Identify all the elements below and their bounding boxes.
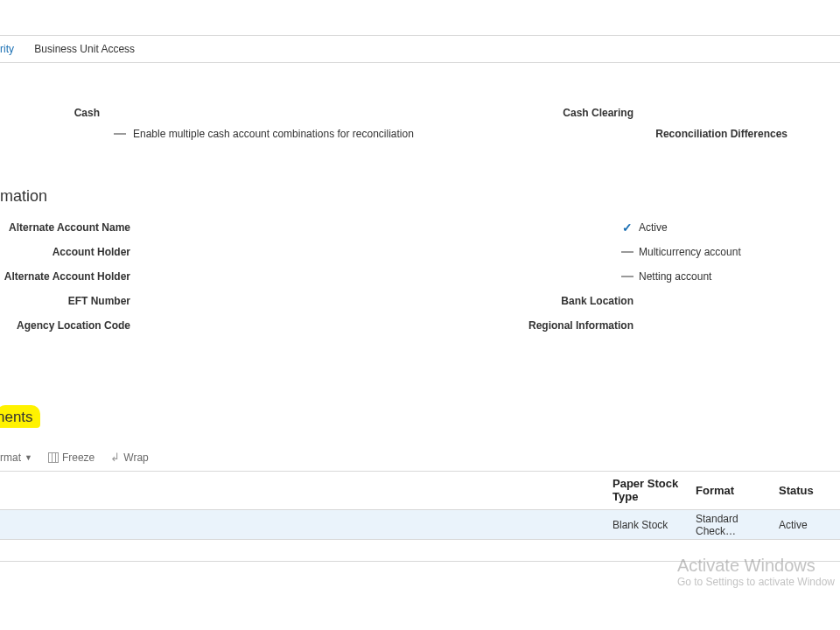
divider [0, 561, 840, 562]
section-heading-information: mation [0, 187, 840, 206]
label-cash: Cash [0, 107, 105, 119]
table-toolbar: rmat ▼ Freeze ↲ Wrap [0, 451, 840, 464]
cell-status: Active [779, 519, 840, 531]
freeze-icon [48, 452, 59, 463]
information-fields: Alternate Account Name ✓ Active Account … [0, 221, 840, 332]
wrap-icon: ↲ [110, 451, 120, 464]
wrap-label: Wrap [123, 452, 148, 464]
col-header-status[interactable]: Status [779, 484, 840, 497]
tab-highlighted-partial[interactable]: nents [0, 405, 40, 428]
label-active: Active [639, 221, 668, 234]
cash-section: Cash Cash Clearing Enable multiple cash … [0, 72, 840, 158]
payments-table: Paper Stock Type Format Status Blank Sto… [0, 471, 840, 540]
format-menu[interactable]: rmat ▼ [0, 452, 32, 464]
tab-bar: rity Business Unit Access [0, 35, 840, 63]
checkbox-multicurrency[interactable] [621, 251, 634, 253]
tab-business-unit-access[interactable]: Business Unit Access [25, 43, 144, 55]
label-bank-location: Bank Location [420, 295, 639, 307]
table-header-row: Paper Stock Type Format Status [0, 472, 840, 510]
watermark-line1: Activate Windows [677, 556, 835, 576]
chevron-down-icon: ▼ [24, 453, 32, 462]
label-account-holder: Account Holder [0, 246, 136, 258]
wrap-button[interactable]: ↲ Wrap [110, 451, 148, 464]
label-alt-account-name: Alternate Account Name [0, 221, 136, 234]
tab-partial-left[interactable]: rity [0, 43, 23, 55]
format-menu-label: rmat [0, 452, 21, 464]
label-eft-number: EFT Number [0, 295, 136, 307]
col-header-format[interactable]: Format [696, 484, 779, 497]
watermark-line2: Go to Settings to activate Window [677, 576, 835, 588]
label-agency-location-code: Agency Location Code [0, 319, 136, 332]
checkbox-netting[interactable] [621, 276, 634, 277]
checkbox-enable-multi-cash[interactable] [114, 133, 126, 135]
table-row[interactable]: Blank Stock Standard Check… Active [0, 510, 840, 540]
label-alt-account-holder: Alternate Account Holder [0, 270, 136, 283]
label-netting: Netting account [639, 270, 711, 283]
freeze-button[interactable]: Freeze [48, 452, 94, 464]
label-multicurrency: Multicurrency account [639, 246, 741, 258]
col-header-paper-stock-type[interactable]: Paper Stock Type [612, 478, 696, 503]
cell-paper-stock-type: Blank Stock [612, 519, 696, 531]
label-enable-multi-cash: Enable multiple cash account combination… [133, 128, 414, 140]
freeze-label: Freeze [62, 452, 94, 464]
label-cash-clearing: Cash Clearing [420, 107, 639, 119]
label-recon-diff: Reconciliation Differences [504, 128, 793, 140]
label-regional-information: Regional Information [420, 319, 639, 332]
cell-format: Standard Check… [696, 513, 779, 537]
checkbox-active[interactable]: ✓ [621, 221, 634, 234]
